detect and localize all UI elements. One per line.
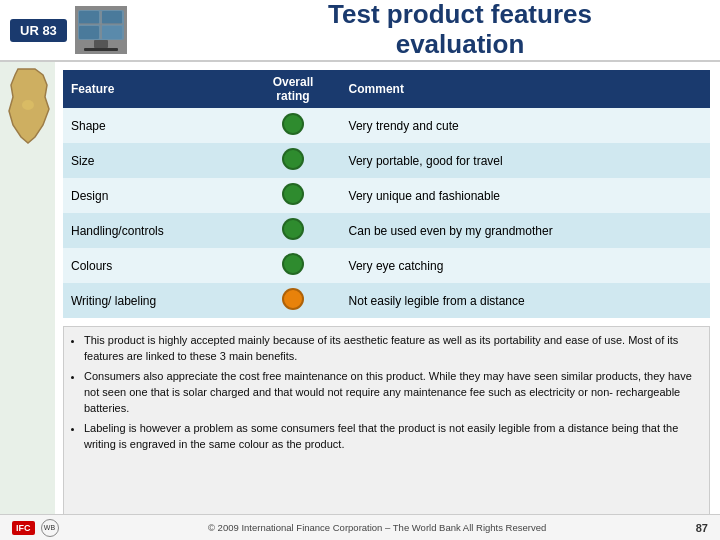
footer-copyright: © 2009 International Finance Corporation… — [208, 522, 546, 533]
bullet-list: This product is highly accepted mainly b… — [63, 326, 710, 534]
footer-logos: IFC WB — [12, 519, 59, 537]
feature-cell: Design — [63, 178, 245, 213]
product-image — [75, 6, 127, 54]
comment-cell: Very trendy and cute — [341, 108, 710, 143]
svg-point-9 — [22, 100, 34, 110]
rating-cell — [245, 178, 340, 213]
page-number: 87 — [696, 522, 708, 534]
feature-cell: Handling/controls — [63, 213, 245, 248]
world-bank-logo: WB — [41, 519, 59, 537]
comment-cell: Very portable, good for travel — [341, 143, 710, 178]
comment-cell: Very eye catching — [341, 248, 710, 283]
table-row: SizeVery portable, good for travel — [63, 143, 710, 178]
feature-cell: Size — [63, 143, 245, 178]
green-dot — [282, 218, 304, 240]
table-row: DesignVery unique and fashionable — [63, 178, 710, 213]
footer: IFC WB © 2009 International Finance Corp… — [0, 514, 720, 540]
rating-cell — [245, 213, 340, 248]
bullet-item: Labeling is however a problem as some co… — [84, 421, 701, 453]
product-svg — [76, 8, 126, 52]
main-content: Feature Overallrating Comment ShapeVery … — [0, 62, 720, 540]
green-dot — [282, 148, 304, 170]
svg-rect-2 — [102, 11, 122, 24]
comment-cell: Can be used even by my grandmother — [341, 213, 710, 248]
ifc-logo: IFC — [12, 521, 35, 535]
feature-cell: Colours — [63, 248, 245, 283]
green-dot — [282, 253, 304, 275]
svg-rect-4 — [102, 26, 122, 39]
rating-cell — [245, 283, 340, 318]
bullet-item: This product is highly accepted mainly b… — [84, 333, 701, 365]
feature-table: Feature Overallrating Comment ShapeVery … — [63, 70, 710, 318]
svg-rect-3 — [79, 26, 99, 39]
col-rating: Overallrating — [245, 70, 340, 108]
bullet-item: Consumers also appreciate the cost free … — [84, 369, 701, 417]
green-dot — [282, 183, 304, 205]
green-dot — [282, 113, 304, 135]
comment-cell: Not easily legible from a distance — [341, 283, 710, 318]
table-row: ColoursVery eye catching — [63, 248, 710, 283]
left-sidebar — [0, 62, 55, 540]
feature-cell: Writing/ labeling — [63, 283, 245, 318]
rating-cell — [245, 143, 340, 178]
header: UR 83 Test product features evaluation — [0, 0, 720, 62]
feature-cell: Shape — [63, 108, 245, 143]
table-row: ShapeVery trendy and cute — [63, 108, 710, 143]
africa-map-icon — [3, 67, 53, 147]
ur-badge: UR 83 — [10, 19, 67, 42]
table-row: Writing/ labelingNot easily legible from… — [63, 283, 710, 318]
page-title: Test product features evaluation — [210, 0, 710, 60]
table-row: Handling/controlsCan be used even by my … — [63, 213, 710, 248]
rating-cell — [245, 248, 340, 283]
rating-cell — [245, 108, 340, 143]
orange-dot — [282, 288, 304, 310]
col-feature: Feature — [63, 70, 245, 108]
header-left: UR 83 — [10, 6, 210, 54]
svg-rect-7 — [94, 40, 108, 48]
center-content: Feature Overallrating Comment ShapeVery … — [55, 62, 720, 540]
col-comment: Comment — [341, 70, 710, 108]
svg-rect-1 — [79, 11, 99, 24]
comment-cell: Very unique and fashionable — [341, 178, 710, 213]
svg-rect-8 — [84, 48, 118, 51]
